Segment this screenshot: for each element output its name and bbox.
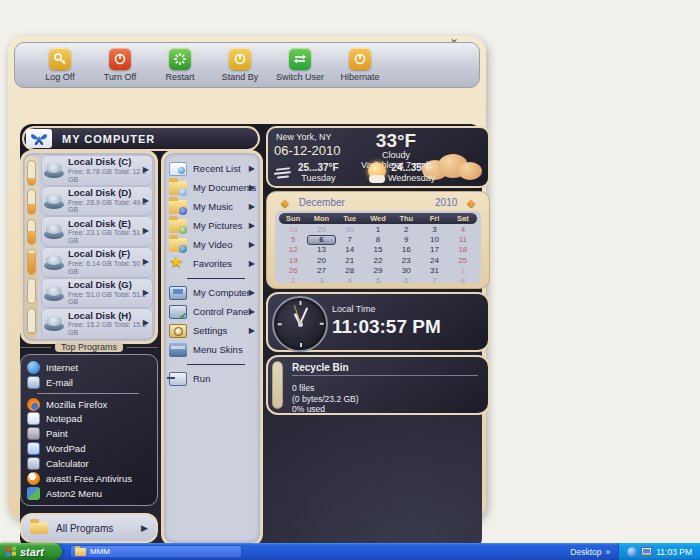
menu-item[interactable]: Menu Skins: [169, 340, 257, 359]
stand-by-button[interactable]: Stand By: [211, 48, 269, 82]
calendar-day[interactable]: 19: [279, 256, 307, 266]
calendar-day[interactable]: 2: [279, 276, 307, 286]
calendar-day[interactable]: 13: [307, 245, 335, 255]
program-item[interactable]: Calculator: [27, 456, 153, 471]
calendar-day[interactable]: 22: [364, 256, 392, 266]
taskbar-task-button[interactable]: MMM: [70, 545, 242, 558]
calendar-day[interactable]: 7: [420, 276, 448, 286]
calendar-day[interactable]: 6: [307, 235, 335, 245]
menu-item[interactable]: Run: [169, 369, 257, 388]
calendar-day[interactable]: 12: [279, 245, 307, 255]
calendar-day[interactable]: 14: [336, 245, 364, 255]
weather-widget[interactable]: New York, NY 06-12-2010 33°F Cloudy Vari…: [266, 126, 490, 188]
folder-icon: [30, 522, 48, 534]
calendar-next-year-icon[interactable]: ◆: [467, 197, 475, 208]
calendar-day-names: SunMonTueWedThuFriSat: [279, 213, 477, 224]
calendar-day[interactable]: 21: [336, 256, 364, 266]
calendar-day[interactable]: 16: [392, 245, 420, 255]
display-icon[interactable]: [641, 547, 652, 556]
menu-item[interactable]: Recent List ▶: [169, 159, 257, 178]
calendar-day[interactable]: 23: [392, 256, 420, 266]
program-item[interactable]: Internet: [27, 360, 153, 375]
tray-app-icon[interactable]: [627, 547, 637, 557]
drive-item[interactable]: Local Disk (D) Free: 28.9 GB Total: 49.8…: [41, 186, 153, 217]
drive-item[interactable]: Local Disk (C) Free: 8.78 GB Total: 12.6…: [41, 155, 153, 186]
program-item[interactable]: avast! Free Antivirus: [27, 471, 153, 486]
menu-item[interactable]: My Pictures ▶: [169, 216, 257, 235]
switch-user-button[interactable]: Switch User: [271, 48, 329, 82]
day-name: Mon: [307, 214, 335, 223]
calendar-day[interactable]: 29: [364, 266, 392, 276]
program-item[interactable]: Notepad: [27, 412, 153, 427]
favorites-star-icon: [169, 257, 187, 271]
drive-item[interactable]: Local Disk (H) Free: 15.2 GB Total: 15.5…: [41, 308, 153, 339]
my-computer-header[interactable]: MY COMPUTER: [22, 126, 260, 151]
calendar-day[interactable]: 15: [364, 245, 392, 255]
calendar-day[interactable]: 1: [449, 266, 477, 276]
toolbar-chevron-icon[interactable]: »: [606, 547, 611, 557]
calendar-day[interactable]: 28: [279, 225, 307, 235]
calendar-day[interactable]: 29: [307, 225, 335, 235]
calendar-day[interactable]: 31: [420, 266, 448, 276]
turn-off-button[interactable]: Turn Off: [91, 48, 149, 82]
calendar-day[interactable]: 6: [392, 276, 420, 286]
day-name: Thu: [392, 214, 420, 223]
restart-button[interactable]: Restart: [151, 48, 209, 82]
tray-clock[interactable]: 11:03 PM: [656, 547, 692, 557]
menu-item[interactable]: Control Panel ▶: [169, 302, 257, 321]
recycle-bin-widget[interactable]: Recycle Bin 0 files (0 bytes/23.2 GB) 0%…: [266, 355, 490, 415]
recent-list-icon: [169, 162, 187, 176]
drive-item[interactable]: Local Disk (F) Free: 6.14 GB Total: 50.7…: [41, 247, 153, 278]
menu-item[interactable]: Favorites ▶: [169, 254, 257, 273]
start-button[interactable]: start: [0, 543, 62, 560]
calendar-day[interactable]: 20: [307, 256, 335, 266]
calendar-day[interactable]: 30: [336, 225, 364, 235]
calendar-day[interactable]: 24: [420, 256, 448, 266]
menu-item[interactable]: [169, 359, 257, 369]
calendar-day[interactable]: 18: [449, 245, 477, 255]
drive-item[interactable]: Local Disk (E) Free: 23.1 GB Total: 51.7…: [41, 216, 153, 247]
desktop-toolbar-label[interactable]: Desktop: [570, 547, 601, 557]
calendar-day[interactable]: 26: [279, 266, 307, 276]
program-item[interactable]: Paint: [27, 426, 153, 441]
menu-item[interactable]: My Music ▶: [169, 197, 257, 216]
analog-clock-icon: [272, 296, 328, 352]
calendar-day[interactable]: 5: [279, 235, 307, 245]
menu-item[interactable]: Settings ▶: [169, 321, 257, 340]
calendar-day[interactable]: 8: [364, 235, 392, 245]
calendar-day[interactable]: 25: [449, 256, 477, 266]
calendar-day[interactable]: 7: [336, 235, 364, 245]
program-item[interactable]: E-mail: [27, 375, 153, 390]
wordpad-icon: [27, 442, 40, 455]
calendar-day[interactable]: 4: [449, 225, 477, 235]
calendar-day[interactable]: 4: [336, 276, 364, 286]
calendar-day[interactable]: 3: [307, 276, 335, 286]
calendar-day[interactable]: 5: [364, 276, 392, 286]
all-programs-button[interactable]: All Programs ▶: [20, 513, 158, 543]
menu-item[interactable]: My Computer ▶: [169, 283, 257, 302]
program-item[interactable]: Mozilla Firefox: [27, 397, 153, 412]
calendar-day[interactable]: 11: [449, 235, 477, 245]
chevron-right-icon: ▶: [249, 288, 255, 297]
calendar-day[interactable]: 17: [420, 245, 448, 255]
drive-item[interactable]: Local Disk (G) Free: 51.0 GB Total: 51.2…: [41, 278, 153, 309]
top-programs-panel: Internet E-mail Mozilla Firefox Notepad: [20, 354, 158, 506]
day-name: Tue: [336, 214, 364, 223]
calendar-prev-month-icon[interactable]: ◆: [281, 197, 289, 208]
program-item[interactable]: Aston2 Menu: [27, 486, 153, 501]
calendar-day[interactable]: 3: [420, 225, 448, 235]
menu-item[interactable]: My Documents ▶: [169, 178, 257, 197]
log-off-button[interactable]: Log Off: [31, 48, 89, 82]
calendar-day[interactable]: 9: [392, 235, 420, 245]
calendar-day[interactable]: 28: [336, 266, 364, 276]
calendar-day[interactable]: 10: [420, 235, 448, 245]
hibernate-button[interactable]: Hibernate: [331, 48, 389, 82]
calendar-day[interactable]: 1: [364, 225, 392, 235]
program-item[interactable]: WordPad: [27, 441, 153, 456]
calendar-day[interactable]: 30: [392, 266, 420, 276]
calendar-day[interactable]: 27: [307, 266, 335, 276]
calendar-day[interactable]: 8: [449, 276, 477, 286]
program-item[interactable]: [27, 390, 153, 397]
menu-item[interactable]: [169, 273, 257, 283]
calendar-day[interactable]: 2: [392, 225, 420, 235]
